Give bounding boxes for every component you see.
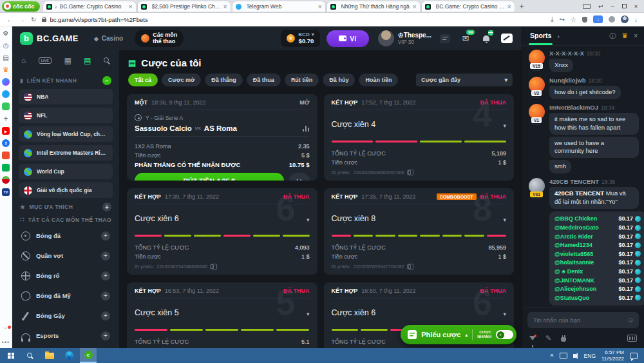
coccoc-browser-button[interactable] [80,348,97,363]
shop-hat-icon[interactable] [2,176,10,184]
bet-history-icon[interactable] [438,33,452,44]
browser-tab[interactable]: ♪ BC.Game: Crypto Casino [43,1,137,12]
expand-sport-button[interactable] [101,231,110,240]
chevron-right-icon[interactable] [557,32,560,40]
expand-sport-button[interactable] [101,291,110,300]
tip-recipient[interactable]: @JINTOMANK [554,277,594,284]
download-button[interactable] [593,15,603,23]
tip-recipient[interactable]: @Alicejohnson [554,286,596,292]
messenger-icon[interactable] [2,78,10,86]
tip-rain-icon[interactable] [529,336,536,340]
edge-browser-button[interactable] [61,348,77,363]
settings-icon[interactable] [2,29,10,37]
url-text[interactable]: bc.game/vi/sports?bt-path=%2Fbets [50,16,147,23]
bcgame-logo[interactable]: b BC.GAME [20,32,79,45]
close-chat-icon[interactable] [634,32,638,39]
maximize-button[interactable] [622,4,627,8]
back-icon[interactable]: ← [6,16,13,23]
bookmark-star-icon[interactable]: ☆ [571,16,576,23]
tip-recipient[interactable]: @Hamed1234 [554,242,592,248]
tip-recipient[interactable]: @holaitsannie [554,259,594,266]
user-profile[interactable]: ♔Thespe... VIP 30 [378,30,431,46]
speaker-icon[interactable] [573,354,576,358]
expand-sport-button[interactable] [101,331,110,340]
extensions-icon[interactable] [609,16,615,23]
copy-icon[interactable] [407,264,411,269]
history-icon[interactable] [2,41,10,49]
chat-username[interactable]: X-X-X-X-X-X [549,50,584,57]
add-favorite-button[interactable] [102,202,111,211]
plug-icon[interactable] [561,337,566,342]
reload-icon[interactable]: ↻ [31,16,36,23]
adblock-shield-icon[interactable] [582,17,587,23]
tab-close-icon[interactable] [413,3,417,10]
share-icon[interactable]: ↪ [560,16,565,23]
info-icon[interactable] [609,32,616,41]
expand-caret-icon[interactable] [503,311,506,317]
start-button[interactable] [3,348,19,363]
taskbar-search-button[interactable] [22,348,39,363]
balance-selector[interactable]: BCD $0.70 [281,30,319,46]
chat-input[interactable] [527,312,639,328]
browser-tab[interactable]: $2,500 Prestige Plinko Challe [137,1,231,12]
stats-icon[interactable] [303,126,310,132]
expand-caret-icon[interactable] [307,217,310,223]
minimize-button[interactable]: − [611,3,614,10]
filter-pill[interactable]: Đã thắng [205,74,243,86]
tip-recipient[interactable]: @MedeirosGato [554,224,599,231]
tab-close-icon[interactable] [507,3,511,10]
chat-username[interactable]: 420CB TENCENT [549,178,599,185]
shopee-icon[interactable] [2,152,10,159]
browser-tab[interactable]: Những Thử thách Hàng ngà [327,1,421,12]
quick-link[interactable]: Vòng loại World Cup, châu Âu [19,126,113,142]
expand-sport-button[interactable] [101,251,110,260]
quick-bet-toggle[interactable] [496,330,513,339]
filter-pill[interactable]: Cược mở [162,74,201,86]
quick-link[interactable]: NBA [19,89,113,104]
wallet-button[interactable]: Ví [327,30,369,47]
games-icon[interactable] [2,103,10,110]
filter-pill[interactable]: Đã hủy [323,74,355,86]
close-window-button[interactable]: × [634,3,638,10]
tip-recipient[interactable]: @violetta6565 [554,251,593,257]
trophy-icon[interactable] [621,32,628,40]
filter-pill[interactable]: Hoàn tiền [359,74,398,86]
expand-caret-icon[interactable] [503,217,506,223]
live-icon[interactable]: LIVE [39,57,52,64]
home-icon[interactable] [21,56,26,65]
twitter-icon[interactable] [2,90,10,98]
sort-dropdown[interactable]: Cược gần đây [416,74,513,86]
chat-toggle-icon[interactable] [500,33,514,44]
url-box[interactable]: bc.game/vi/sports?bt-path=%2Fbets [42,16,545,23]
recent-tabs-icon[interactable]: ↩ [598,3,603,10]
sidebar-sport-item[interactable]: Esports [19,327,113,344]
add-shortcut-icon[interactable] [2,115,10,123]
share-bet-button[interactable] [289,173,310,181]
collapse-button[interactable] [102,76,111,85]
downloads-icon[interactable]: ↓ [634,16,638,23]
betslip-button[interactable]: Phiếu cược CƯỢCNHANH [401,325,516,344]
quick-link[interactable]: Giải vô địch quốc gia [19,182,113,198]
file-explorer-button[interactable] [41,348,58,363]
save-page-icon[interactable]: ⤓ [551,15,553,23]
browser-tab[interactable]: BC.Game: Crypto Casino Gan [421,1,515,12]
display-icon[interactable] [560,353,567,358]
filter-pill[interactable]: Tất cả [128,74,158,86]
tv-icon[interactable] [2,188,10,196]
tip-recipient[interactable]: @Arctic Rider [554,233,593,240]
clock[interactable]: 6:57 PM 11/9/2022 [601,349,624,362]
sidebar-sport-item[interactable]: Bóng đá [19,227,113,244]
keyboard-icon[interactable] [627,335,637,342]
new-tab-button[interactable] [520,2,524,11]
chat-username[interactable]: Nunqkliojwb [549,77,585,84]
chat-username[interactable]: ImNotBlackImOJ [549,104,598,111]
forward-icon[interactable]: → [19,16,25,23]
tab-search-icon[interactable] [583,4,591,9]
coccoc-menu-button[interactable]: cốc cốc [2,1,40,12]
action-center-icon[interactable] [630,353,638,359]
search-icon[interactable] [104,57,110,64]
profile-avatar-icon[interactable] [621,15,629,23]
tab-audio-icon[interactable]: ♪ [55,4,57,10]
notifications-bell-icon[interactable] [3,327,10,333]
language-indicator[interactable]: ENG [584,353,596,359]
